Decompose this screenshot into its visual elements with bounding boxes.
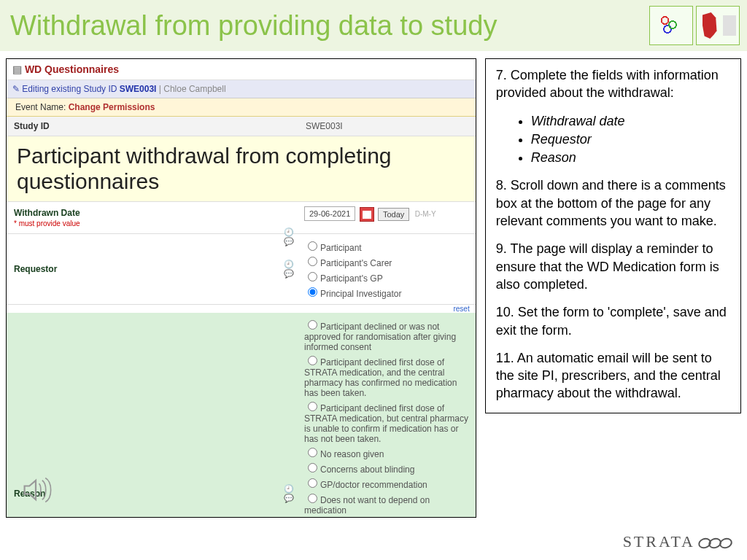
withdrawn-date-input[interactable]: 29-06-2021 <box>304 206 355 221</box>
requestor-option[interactable]: Participant's Carer <box>304 254 470 269</box>
event-bar: Event Name: Change Permissions <box>7 98 476 117</box>
reason-option[interactable]: Participant declined first dose of STRAT… <box>304 353 470 399</box>
map-regions-icon <box>649 6 693 45</box>
reason-option[interactable]: Participant declined or was not approved… <box>304 317 470 353</box>
study-id-row: Study ID SWE003I <box>7 117 476 136</box>
requestor-option[interactable]: Participant <box>304 238 470 254</box>
calendar-icon[interactable] <box>360 207 374 222</box>
map-wa-icon <box>696 6 740 45</box>
withdrawn-date-row: Withdrawn Date * must provide value 🕘💬 2… <box>7 202 476 234</box>
reason-option[interactable]: Participant declined first dose of STRAT… <box>304 399 470 445</box>
reason-option[interactable]: Mistrust of health professionals/researc… <box>304 516 470 518</box>
panel-title: WD Questionnaires <box>7 59 476 80</box>
history-icon[interactable]: 🕘💬 <box>284 484 294 503</box>
reason-option[interactable]: GP/doctor recommendation <box>304 475 470 491</box>
reason-option[interactable]: Concerns about blinding <box>304 460 470 475</box>
reset-link[interactable]: reset <box>7 305 476 313</box>
requestor-option[interactable]: Participant's GP <box>304 269 470 284</box>
today-button[interactable]: Today <box>378 208 409 221</box>
speaker-icon <box>20 474 52 508</box>
reason-row: Reason 🕘💬 Participant declined or was no… <box>7 313 476 518</box>
form-heading: Participant withdrawal from completing q… <box>7 136 476 202</box>
screenshot-panel: WD Questionnaires ✎ Editing existing Stu… <box>6 58 476 518</box>
reason-option[interactable]: No reason given <box>304 445 470 460</box>
page-title: Withdrawal from providing data to study <box>10 10 497 42</box>
slide-header: Withdrawal from providing data to study <box>0 0 747 51</box>
reason-option[interactable]: Does not want to depend on medication <box>304 491 470 516</box>
requestor-row: Requestor 🕘💬 ParticipantParticipant's Ca… <box>7 234 476 305</box>
instructions-box: 7. Complete the fields with information … <box>485 58 741 413</box>
history-icon[interactable]: 🕘💬 <box>284 260 294 279</box>
strata-logo: STRATA <box>623 532 732 553</box>
editing-bar: ✎ Editing existing Study ID SWE003I | Ch… <box>7 80 476 98</box>
requestor-option[interactable]: Principal Investigator <box>304 284 470 300</box>
map-thumbnails <box>649 6 740 45</box>
